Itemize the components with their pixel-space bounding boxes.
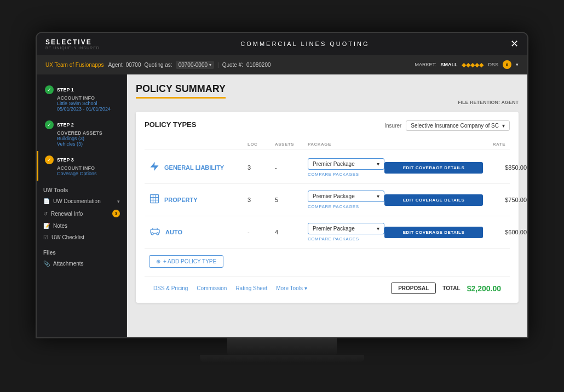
svg-point-6	[151, 232, 153, 234]
insurer-label: Insurer	[384, 123, 401, 129]
step1-school-link[interactable]: Little Swim School	[45, 101, 120, 106]
footer-links: DSS & Pricing Commission Rating Sheet Mo…	[153, 285, 307, 291]
dss-pricing-link[interactable]: DSS & Pricing	[153, 285, 188, 291]
policy-row-auto: AUTO - 4 Premier Package ▾ COMPARE PACKA…	[145, 216, 510, 249]
auto-name: AUTO	[165, 229, 182, 235]
quoting-label: Quoting as:	[145, 62, 172, 68]
sidebar-item-step1[interactable]: ✓ STEP 1 ACCOUNT INFO Little Swim School…	[37, 81, 126, 116]
sidebar: ✓ STEP 1 ACCOUNT INFO Little Swim School…	[37, 74, 127, 337]
property-package-select[interactable]: Premier Package ▾	[308, 191, 384, 202]
footer-right: PROPOSAL TOTAL $2,200.00	[391, 283, 501, 294]
step2-header: ✓ STEP 2	[45, 120, 120, 129]
proposal-button[interactable]: PROPOSAL	[391, 283, 436, 294]
add-policy-row: ⊕ + ADD POLICY TYPE	[145, 249, 510, 270]
agent-bar: UX Team of Fusionapps Agent 00700 Quotin…	[37, 55, 527, 74]
col-loc: LOC	[248, 142, 275, 147]
commission-link[interactable]: Commission	[197, 285, 227, 291]
rating-stars: ◆◆◆◆◆	[462, 61, 484, 68]
insurer-row: Insurer Selective Insurance Company of S…	[384, 120, 510, 131]
document-icon: 📄	[43, 198, 50, 204]
auto-package-select[interactable]: Premier Package ▾	[308, 223, 384, 234]
step1-check-icon: ✓	[45, 85, 54, 94]
logo: SELECTIVE BE UNIQUELY INSURED	[45, 38, 100, 50]
policy-type-gl: GENERAL LIABILITY	[149, 161, 248, 175]
add-policy-plus-icon: ⊕	[156, 258, 160, 264]
quote-label: Quote #:	[222, 62, 243, 68]
col-edit	[363, 142, 462, 147]
more-tools-button[interactable]: More Tools ▾	[276, 285, 307, 291]
gl-assets: -	[275, 164, 308, 171]
renewal-badge: 3	[112, 210, 120, 217]
insurer-select[interactable]: Selective Insurance Company of SC ▾	[406, 120, 510, 131]
gl-edit-coverage-button[interactable]: EDIT COVERAGE DETAILS	[384, 162, 483, 174]
svg-point-7	[157, 232, 159, 234]
dss-chevron-icon[interactable]: ▾	[516, 62, 519, 67]
app-title: COMMERCIAL LINES QUOTING	[240, 41, 369, 47]
policy-row-general-liability: GENERAL LIABILITY 3 - Premier Package ▾ …	[145, 152, 510, 184]
policy-card: POLICY TYPES Insurer Selective Insurance…	[136, 112, 519, 303]
quoting-number-dropdown[interactable]: 00700-0000 ▾	[176, 61, 214, 69]
step3-label: STEP 3	[57, 157, 74, 163]
step2-check-icon: ✓	[45, 120, 54, 129]
lightning-icon	[149, 161, 160, 175]
sidebar-item-attachments[interactable]: 📎 Attachments	[37, 258, 126, 269]
step3-coverage-link[interactable]: Coverage Options	[45, 171, 120, 176]
total-amount: $2,200.00	[467, 284, 501, 293]
main-layout: ✓ STEP 1 ACCOUNT INFO Little Swim School…	[37, 74, 527, 337]
close-button[interactable]: ✕	[510, 39, 519, 49]
auto-package-value: Premier Package	[313, 226, 355, 232]
step2-vehicles-link[interactable]: Vehicles (3)	[45, 141, 120, 147]
logo-sub: BE UNIQUELY INSURED	[45, 46, 100, 50]
uw-doc-chevron-icon: ▾	[117, 199, 120, 204]
page-header-row: POLICY SUMMARY FILE RETENTION: AGENT	[136, 83, 519, 105]
rating-sheet-link[interactable]: Rating Sheet	[235, 285, 267, 291]
insurer-value: Selective Insurance Company of SC	[411, 123, 499, 129]
files-section-title: Files	[37, 243, 126, 258]
auto-package-chevron-icon: ▾	[377, 226, 379, 232]
auto-edit-coverage-button[interactable]: EDIT COVERAGE DETAILS	[384, 227, 483, 238]
property-name: PROPERTY	[164, 197, 198, 203]
attachments-left: 📎 Attachments	[43, 261, 84, 267]
card-footer: DSS & Pricing Commission Rating Sheet Mo…	[145, 276, 510, 294]
policy-types-title: POLICY TYPES	[145, 120, 196, 129]
sidebar-item-uw-checklist[interactable]: ☑ UW Checklist	[37, 232, 126, 243]
agent-bar-left: UX Team of Fusionapps Agent 00700 Quotin…	[45, 61, 271, 69]
sidebar-item-notes[interactable]: 📝 Notes	[37, 220, 126, 232]
policy-row-property: PROPERTY 3 5 Premier Package ▾ COMPARE P…	[145, 184, 510, 216]
auto-assets: 4	[275, 229, 308, 235]
quote-number: 01080200	[246, 62, 271, 68]
auto-compare-link[interactable]: COMPARE PACKAGES	[308, 237, 384, 241]
sidebar-item-step2[interactable]: ✓ STEP 2 COVERED ASSETS Buildings (3) Ve…	[37, 116, 126, 151]
col-type	[149, 142, 248, 147]
gl-compare-link[interactable]: COMPARE PACKAGES	[308, 172, 384, 177]
notes-label: Notes	[53, 223, 67, 229]
agent-label: Agent	[108, 62, 123, 68]
property-package-value: Premier Package	[313, 193, 355, 199]
gl-package-select[interactable]: Premier Package ▾	[308, 158, 384, 170]
property-assets: 5	[275, 197, 308, 203]
property-loc: 3	[248, 197, 275, 203]
policy-type-auto: AUTO	[149, 226, 248, 239]
sidebar-item-step3[interactable]: ✓ STEP 3 ACCOUNT INFO Coverage Options	[37, 151, 126, 181]
attachment-icon: 📎	[43, 261, 50, 267]
step2-buildings-link[interactable]: Buildings (3)	[45, 136, 120, 141]
sidebar-item-renewal-info[interactable]: ↺ Renewal Info 3	[37, 207, 126, 220]
add-policy-button[interactable]: ⊕ + ADD POLICY TYPE	[149, 255, 223, 268]
agent-bar-right: MARKET: SMALL ◆◆◆◆◆ DSS 0 ▾	[415, 60, 519, 69]
property-rate: $750.00	[483, 197, 527, 203]
sidebar-item-uw-documentation[interactable]: 📄 UW Documentation ▾	[37, 195, 126, 207]
gl-package-value: Premier Package	[313, 161, 355, 167]
uw-doc-left: 📄 UW Documentation	[43, 198, 101, 204]
policy-type-property: PROPERTY	[149, 193, 248, 207]
property-edit-coverage-button[interactable]: EDIT COVERAGE DETAILS	[384, 194, 483, 206]
gl-package-col: Premier Package ▾ COMPARE PACKAGES	[308, 158, 384, 177]
top-bar: SELECTIVE BE UNIQUELY INSURED COMMERCIAL…	[37, 33, 527, 55]
col-rate: RATE	[462, 142, 505, 147]
logo-text: SELECTIVE	[45, 38, 100, 46]
agent-info: Agent 00700 Quoting as: 00700-0000 ▾ | Q…	[108, 61, 271, 69]
dss-label: DSS	[488, 62, 498, 67]
renewal-icon: ↺	[43, 211, 48, 217]
step2-sublabel: COVERED ASSETS	[45, 130, 120, 136]
property-compare-link[interactable]: COMPARE PACKAGES	[308, 204, 384, 209]
property-package-chevron-icon: ▾	[377, 193, 379, 199]
